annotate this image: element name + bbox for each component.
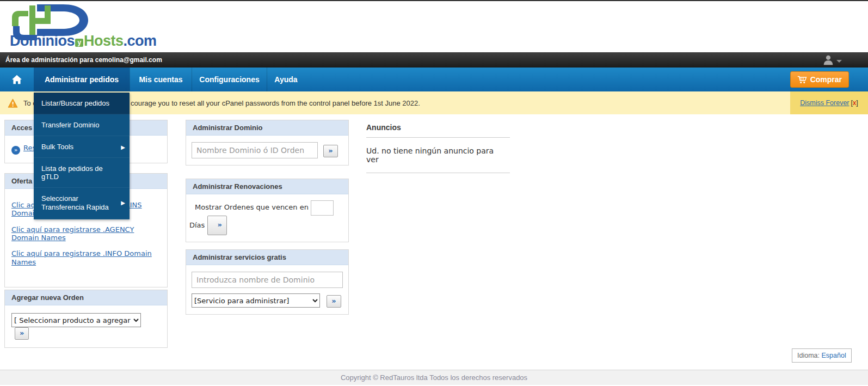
- buy-button[interactable]: Comprar: [790, 71, 849, 88]
- language-box: Idioma: Español: [792, 348, 852, 363]
- free-services-panel: Administrar servicios gratis [Servicio p…: [186, 249, 349, 315]
- manage-domain-panel: Administrar Dominio »: [186, 120, 349, 166]
- manage-renewals-title: Administrar Renovaciones: [186, 179, 348, 194]
- menu-item-transferir-dominio[interactable]: Transferir Dominio: [34, 114, 130, 136]
- add-order-go-button[interactable]: »: [15, 327, 29, 340]
- nav-tab-mis-cuentas[interactable]: Mis cuentas: [130, 68, 192, 91]
- home-icon: [11, 75, 22, 84]
- renewals-text-after: Días: [189, 220, 205, 229]
- renewals-text-before: Mostrar Ordenes que vencen en: [195, 203, 309, 211]
- free-services-go-button[interactable]: »: [327, 295, 341, 308]
- warning-text-right: courage you to reset all your cPanel pas…: [131, 91, 420, 114]
- manage-domain-go-button[interactable]: »: [323, 145, 337, 157]
- free-services-title: Administrar servicios gratis: [186, 250, 348, 265]
- announcements-empty-text: Ud. no tiene ningún anuncio para ver: [361, 138, 510, 173]
- chevrons-right-icon: »: [11, 146, 20, 155]
- dismiss-area: Dismiss Forever [x]: [790, 91, 868, 114]
- renewals-go-button[interactable]: »: [207, 216, 227, 236]
- nav-tab-administrar-pedidos[interactable]: Administrar pedidos: [34, 68, 130, 91]
- footer: Copyright © RedTauros ltda Todos los der…: [0, 370, 868, 385]
- menu-item-transferencia-rapida[interactable]: Seleccionar Transferencia Rapida▶: [34, 188, 130, 219]
- logo-y-badge: y: [75, 39, 83, 47]
- nav-tab-configuraciones[interactable]: Configuraciones: [192, 68, 267, 91]
- nav-tab-ayuda[interactable]: Ayuda: [267, 68, 305, 91]
- menu-item-lista-pedidos-gtld[interactable]: Lista de pedidos de gTLD: [34, 158, 130, 188]
- free-services-domain-input[interactable]: [192, 272, 343, 288]
- menu-item-listar-buscar-pedidos[interactable]: Listar/Buscar pedidos: [34, 93, 130, 114]
- buy-button-label: Comprar: [810, 75, 842, 84]
- chevron-down-icon: [836, 60, 842, 63]
- language-label: Idioma:: [797, 352, 820, 359]
- nav-home-button[interactable]: [0, 68, 34, 91]
- main-content: Acces »Resu Oferta Clic aquí para regist…: [0, 114, 868, 365]
- submenu-arrow-icon: ▶: [121, 200, 125, 207]
- menu-item-bulk-tools[interactable]: Bulk Tools▶: [34, 136, 130, 158]
- submenu-arrow-icon: ▶: [121, 144, 125, 150]
- page-header: DominiosyHosts.com: [0, 1, 868, 52]
- user-menu-button[interactable]: [822, 54, 842, 66]
- divider: [366, 173, 510, 173]
- main-nav: Administrar pedidos Mis cuentas Configur…: [0, 68, 868, 91]
- warning-banner: To ens courage you to reset all your cPa…: [0, 91, 868, 114]
- logo-wordmark: DominiosyHosts.com: [10, 33, 157, 50]
- manage-renewals-panel: Administrar Renovaciones Mostrar Ordenes…: [186, 179, 349, 242]
- admin-bar: Área de administración para cemolina@gma…: [0, 52, 868, 68]
- offer-link-info[interactable]: Clic aquí para registrarse .INFO Domain …: [11, 249, 161, 266]
- copyright-text: Copyright © RedTauros ltda Todos los der…: [341, 373, 527, 382]
- site-logo[interactable]: DominiosyHosts.com: [5, 2, 147, 52]
- administrar-pedidos-dropdown: Listar/Buscar pedidos Transferir Dominio…: [34, 93, 130, 219]
- announcements-section: Anuncios Ud. no tiene ningún anuncio par…: [361, 119, 510, 173]
- manage-domain-title: Administrar Dominio: [186, 120, 348, 136]
- dismiss-forever-link[interactable]: Dismiss Forever: [800, 99, 849, 107]
- days-input[interactable]: [311, 200, 334, 216]
- cart-icon: [797, 76, 807, 84]
- dismiss-close-link[interactable]: [x]: [851, 99, 858, 107]
- domain-search-input[interactable]: [192, 142, 318, 158]
- add-order-title: Agregar nueva Orden: [5, 290, 167, 305]
- service-select[interactable]: [Servicio para administrar]: [192, 293, 320, 308]
- admin-area-label: Área de administración para cemolina@gma…: [5, 56, 162, 64]
- warning-icon: [8, 99, 18, 108]
- user-icon: [822, 54, 834, 66]
- announcements-title: Anuncios: [361, 119, 510, 137]
- add-order-panel: Agregar nueva Orden [ Seleccionar produc…: [4, 290, 168, 348]
- language-link[interactable]: Español: [821, 352, 846, 359]
- product-select[interactable]: [ Seleccionar producto a agregar: [11, 313, 141, 327]
- offer-link-agency[interactable]: Clic aquí para registrarse .AGENCY Domai…: [11, 225, 161, 242]
